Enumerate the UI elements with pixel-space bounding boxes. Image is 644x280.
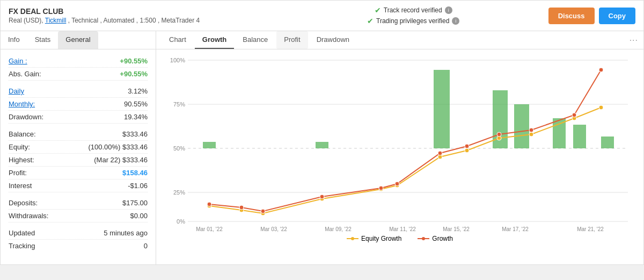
svg-text:Mar 15, '22: Mar 15, '22 bbox=[443, 226, 470, 232]
drawdown-value: 19.34% bbox=[124, 113, 148, 121]
equity-label: Equity: bbox=[9, 143, 30, 151]
stat-withdrawals: Withdrawals: $0.00 bbox=[9, 210, 148, 222]
deposits-value: $175.00 bbox=[122, 199, 148, 207]
stats-content: Gain : +90.55% Abs. Gain: +90.55% Daily … bbox=[1, 49, 156, 257]
stat-monthly: Monthly: 90.55% bbox=[9, 98, 148, 111]
svg-text:Mar 03, '22: Mar 03, '22 bbox=[260, 226, 287, 232]
stat-deposits: Deposits: $175.00 bbox=[9, 197, 148, 210]
svg-text:0%: 0% bbox=[177, 218, 185, 225]
trading-privileges-badge: ✔ Trading privileges verified i bbox=[367, 17, 459, 25]
header-info: FX DEAL CLUB Real (USD), Tickmill , Tech… bbox=[9, 7, 279, 24]
bar-mar09 bbox=[316, 142, 328, 148]
tab-growth[interactable]: Growth bbox=[195, 31, 235, 49]
stat-gain: Gain : +90.55% bbox=[9, 55, 148, 68]
svg-text:Mar 21, '22: Mar 21, '22 bbox=[577, 226, 604, 232]
interest-value: -$1.06 bbox=[128, 182, 148, 190]
stat-drawdown: Drawdown: 19.34% bbox=[9, 111, 148, 124]
growth-dot-8 bbox=[465, 144, 469, 148]
growth-dot-7 bbox=[438, 151, 442, 155]
legend-equity-line bbox=[347, 236, 358, 241]
header: FX DEAL CLUB Real (USD), Tickmill , Tech… bbox=[1, 1, 643, 31]
tab-stats[interactable]: Stats bbox=[27, 31, 58, 49]
tab-info[interactable]: Info bbox=[1, 31, 27, 49]
abs-gain-label: Abs. Gain: bbox=[9, 70, 41, 78]
more-options-icon[interactable]: ··· bbox=[630, 35, 638, 45]
withdrawals-value: $0.00 bbox=[130, 212, 148, 220]
legend-growth: Growth bbox=[418, 235, 453, 242]
equity-growth-line bbox=[209, 107, 601, 213]
interest-label: Interest bbox=[9, 182, 32, 190]
stat-profit: Profit: $158.46 bbox=[9, 167, 148, 180]
tab-general[interactable]: General bbox=[58, 31, 98, 49]
main-container: FX DEAL CLUB Real (USD), Tickmill , Tech… bbox=[0, 0, 644, 265]
withdrawals-label: Withdrawals: bbox=[9, 212, 48, 220]
tab-chart[interactable]: Chart bbox=[162, 31, 194, 49]
svg-text:25%: 25% bbox=[173, 189, 185, 196]
highest-label: Highest: bbox=[9, 156, 34, 164]
gain-label[interactable]: Gain : bbox=[9, 57, 27, 65]
stat-balance: Balance: $333.46 bbox=[9, 128, 148, 141]
growth-line bbox=[209, 70, 601, 211]
svg-text:75%: 75% bbox=[173, 101, 185, 107]
info-icon-2[interactable]: i bbox=[452, 17, 459, 25]
tab-drawdown[interactable]: Drawdown bbox=[309, 31, 357, 49]
svg-point-20 bbox=[422, 237, 425, 240]
copy-button[interactable]: Copy bbox=[599, 8, 636, 24]
svg-point-18 bbox=[351, 237, 354, 240]
growth-dot-2 bbox=[239, 205, 244, 210]
track-record-label: Track record verified bbox=[384, 6, 442, 14]
stat-updated: Updated 5 minutes ago bbox=[9, 227, 148, 240]
legend-equity-label: Equity Growth bbox=[361, 235, 401, 242]
track-record-badge: ✔ Track record verified i bbox=[375, 6, 452, 15]
svg-text:Mar 17, '22: Mar 17, '22 bbox=[502, 226, 529, 232]
growth-chart: 100% 75% 50% 25% 0% bbox=[164, 55, 635, 232]
monthly-label[interactable]: Monthly: bbox=[9, 100, 35, 108]
tab-profit[interactable]: Profit bbox=[276, 31, 308, 49]
right-panel: Chart Growth Balance Profit Drawdown ···… bbox=[156, 31, 643, 264]
stat-tracking: Tracking 0 bbox=[9, 240, 148, 252]
left-tabs: Info Stats General bbox=[1, 31, 156, 49]
equity-dot-8 bbox=[465, 148, 469, 153]
check-icon-1: ✔ bbox=[375, 6, 381, 15]
header-actions: Discuss Copy bbox=[548, 8, 635, 24]
stat-daily: Daily 3.12% bbox=[9, 85, 148, 98]
abs-gain-value: +90.55% bbox=[120, 70, 148, 78]
deposits-label: Deposits: bbox=[9, 199, 38, 207]
trading-privileges-label: Trading privileges verified bbox=[376, 17, 449, 25]
balance-value: $333.46 bbox=[122, 130, 148, 138]
svg-text:Mar 09, '22: Mar 09, '22 bbox=[325, 226, 352, 232]
stat-highest: Highest: (Mar 22) $333.46 bbox=[9, 154, 148, 167]
growth-dot-5 bbox=[379, 186, 383, 190]
gain-value: +90.55% bbox=[120, 57, 148, 65]
highest-value: (Mar 22) $333.46 bbox=[94, 156, 148, 164]
profit-label: Profit: bbox=[9, 169, 27, 177]
growth-dot-12 bbox=[599, 68, 603, 72]
verification-badges: ✔ Track record verified i ✔ Trading priv… bbox=[279, 6, 548, 25]
equity-dot-10 bbox=[529, 132, 533, 137]
bar-mar15 bbox=[434, 70, 450, 148]
growth-dot-9 bbox=[497, 132, 501, 137]
daily-label[interactable]: Daily bbox=[9, 87, 24, 95]
info-icon-1[interactable]: i bbox=[445, 6, 452, 14]
stat-interest: Interest -$1.06 bbox=[9, 180, 148, 192]
legend-growth-label: Growth bbox=[432, 235, 453, 242]
bar-mar21c bbox=[601, 137, 614, 148]
chart-tabs: Chart Growth Balance Profit Drawdown ··· bbox=[156, 31, 643, 49]
check-icon-2: ✔ bbox=[367, 17, 374, 25]
bar-mar21b bbox=[573, 125, 586, 148]
bar-mar17b bbox=[514, 104, 529, 148]
growth-dot-11 bbox=[572, 113, 576, 117]
tracking-value: 0 bbox=[144, 242, 148, 250]
discuss-button[interactable]: Discuss bbox=[548, 8, 595, 24]
svg-text:50%: 50% bbox=[173, 145, 185, 152]
tab-balance[interactable]: Balance bbox=[235, 31, 275, 49]
growth-dot-6 bbox=[395, 182, 399, 186]
chart-legend: Equity Growth Growth bbox=[164, 232, 635, 245]
bar-mar01 bbox=[203, 142, 216, 148]
growth-dot-1 bbox=[207, 202, 211, 206]
main-content: Info Stats General Gain : +90.55% Abs. G… bbox=[1, 31, 643, 264]
growth-dot-4 bbox=[320, 195, 324, 199]
tracking-label: Tracking bbox=[9, 242, 35, 250]
chart-area: 100% 75% 50% 25% 0% bbox=[156, 49, 643, 264]
broker-link[interactable]: Tickmill bbox=[45, 17, 67, 24]
